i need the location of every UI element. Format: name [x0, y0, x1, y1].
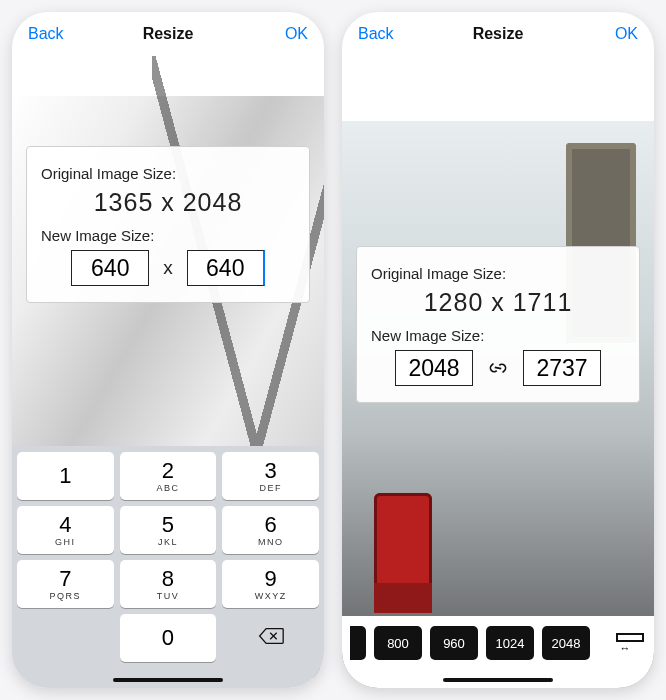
original-size-value: 1365 x 2048: [41, 188, 295, 217]
preset-800[interactable]: 800: [374, 626, 422, 660]
key-blank: [17, 614, 114, 662]
new-size-row: [371, 350, 625, 386]
key-6[interactable]: 6MNO: [222, 506, 319, 554]
key-1[interactable]: 1: [17, 452, 114, 500]
width-input[interactable]: [71, 250, 149, 286]
original-size-label: Original Image Size:: [371, 265, 625, 282]
custom-size-icon[interactable]: ↔: [614, 632, 646, 654]
image-preview: [342, 121, 654, 688]
phone-right: Back Resize OK Original Image Size: 1280…: [342, 12, 654, 688]
resize-card: Original Image Size: 1365 x 2048 New Ima…: [26, 146, 310, 303]
preset-960[interactable]: 960: [430, 626, 478, 660]
height-input[interactable]: [523, 350, 601, 386]
content-area: Original Image Size: 1365 x 2048 New Ima…: [12, 56, 324, 688]
key-backspace[interactable]: [222, 614, 319, 662]
key-9[interactable]: 9WXYZ: [222, 560, 319, 608]
back-button[interactable]: Back: [358, 25, 394, 43]
back-button[interactable]: Back: [28, 25, 64, 43]
backspace-icon: [258, 626, 284, 651]
key-3[interactable]: 3DEF: [222, 452, 319, 500]
key-5[interactable]: 5JKL: [120, 506, 217, 554]
dimension-separator: x: [163, 257, 173, 279]
content-area: Original Image Size: 1280 x 1711 New Ima…: [342, 56, 654, 688]
height-input[interactable]: [187, 250, 265, 286]
new-size-label: New Image Size:: [41, 227, 295, 244]
original-size-label: Original Image Size:: [41, 165, 295, 182]
aspect-lock-icon[interactable]: [487, 357, 509, 379]
key-8[interactable]: 8TUV: [120, 560, 217, 608]
new-size-label: New Image Size:: [371, 327, 625, 344]
key-7[interactable]: 7PQRS: [17, 560, 114, 608]
ok-button[interactable]: OK: [285, 25, 308, 43]
new-size-row: x: [41, 250, 295, 286]
numeric-keypad: 1 2ABC 3DEF 4GHI 5JKL 6MNO 7PQRS 8TUV 9W…: [12, 446, 324, 688]
preset-1024[interactable]: 1024: [486, 626, 534, 660]
home-indicator: [443, 678, 553, 682]
key-4[interactable]: 4GHI: [17, 506, 114, 554]
preset-2048[interactable]: 2048: [542, 626, 590, 660]
navbar: Back Resize OK: [342, 12, 654, 56]
width-input[interactable]: [395, 350, 473, 386]
key-2[interactable]: 2ABC: [120, 452, 217, 500]
resize-card: Original Image Size: 1280 x 1711 New Ima…: [356, 246, 640, 403]
navbar: Back Resize OK: [12, 12, 324, 56]
ok-button[interactable]: OK: [615, 25, 638, 43]
phone-left: Back Resize OK Original Image Size: 1365…: [12, 12, 324, 688]
key-0[interactable]: 0: [120, 614, 217, 662]
original-size-value: 1280 x 1711: [371, 288, 625, 317]
preset-pill-partial[interactable]: [350, 626, 366, 660]
home-indicator: [113, 678, 223, 682]
